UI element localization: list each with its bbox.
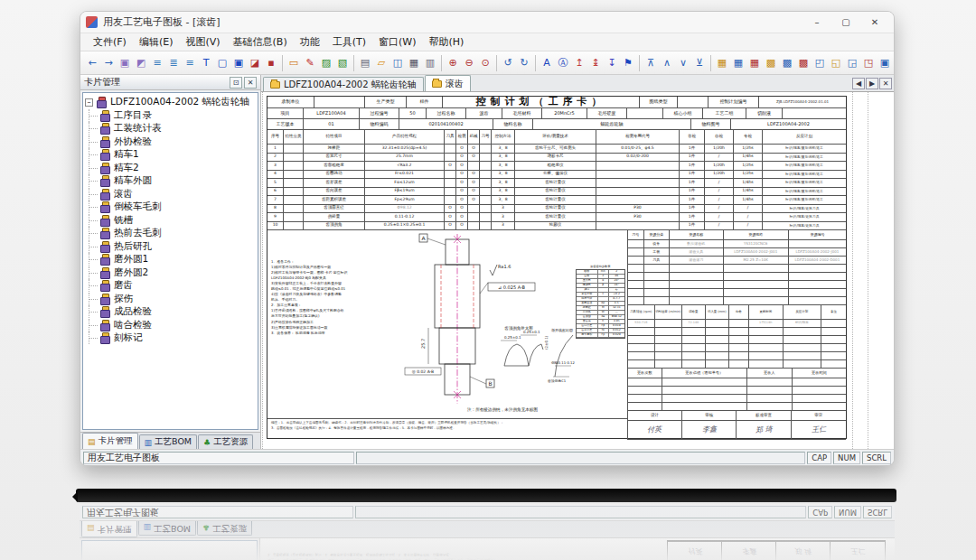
tab-close-icon[interactable]: ✕ [879, 78, 892, 89]
tree-item[interactable]: 精车外圆 [85, 174, 256, 188]
tree-item[interactable]: 磨齿 [85, 279, 256, 293]
cell-fill-icon[interactable]: ▣ [230, 55, 247, 71]
card-icon [100, 136, 110, 147]
delete-row-icon[interactable]: ▦ [746, 55, 763, 71]
pin-icon[interactable]: ⊡ [230, 77, 242, 89]
menu-item[interactable]: 功能 [295, 33, 325, 51]
menu-item[interactable]: 编辑(E) [134, 33, 179, 51]
tree-item[interactable]: 倒棱车毛刺 [85, 201, 256, 214]
text-icon[interactable]: T [198, 55, 214, 71]
new-file-icon[interactable]: ▤ [357, 55, 373, 71]
tree-item[interactable]: 工装统计表 [85, 122, 256, 135]
add-row-below-icon[interactable]: ▦ [730, 55, 746, 71]
tree-item[interactable]: 热后研孔 [85, 240, 256, 254]
zoom-out-icon[interactable]: ⊖ [461, 55, 477, 71]
cell: 标识/隔离/重新调整/返工 [763, 162, 846, 171]
add-col-left-icon[interactable]: ▩ [763, 55, 779, 71]
paste-cell-icon[interactable]: ◱ [828, 55, 844, 71]
panel-close-icon[interactable]: ✕ [244, 77, 257, 89]
save-icon[interactable]: ◫ [389, 55, 406, 71]
process-card[interactable]: 承制单位 生产类型 样件 控制计划（工序卡） 图纸类型 控制计划编号 ZJB.L… [267, 96, 847, 439]
zoom-fit-icon[interactable]: ⊙ [477, 55, 493, 71]
open-file-icon[interactable]: ▱ [373, 55, 389, 71]
cell [682, 352, 706, 360]
panel-tab-2[interactable]: ▥工艺BOM [139, 434, 198, 449]
align-v-mid-icon[interactable]: ↨ [587, 55, 604, 71]
close-button[interactable]: ✕ [861, 14, 888, 31]
panel-tab-1[interactable]: ▤卡片管理 [81, 521, 137, 537]
preview-icon[interactable]: ▥ [422, 55, 438, 71]
select-node-icon[interactable]: ▣ [117, 55, 133, 71]
pencil-icon[interactable]: ✎ [302, 55, 318, 71]
font-icon[interactable]: A [539, 55, 555, 71]
align-right-icon[interactable]: ≡ [182, 55, 198, 71]
align-center-icon[interactable]: ≣ [165, 55, 182, 71]
page-viewport[interactable]: 承制单位 生产类型 样件 控制计划（工序卡） 图纸类型 控制计划编号 ZJB.L… [261, 92, 894, 449]
tree-item[interactable]: 外协检验 [85, 135, 256, 149]
tree-item[interactable]: 啮合检验 [85, 319, 256, 332]
copy-cell-icon[interactable]: ◰ [812, 55, 828, 71]
tree-item[interactable]: 磨外圆2 [85, 266, 256, 280]
cell-icon[interactable]: ▢ [214, 55, 230, 71]
move-top-icon[interactable]: ⊼ [643, 55, 659, 71]
maximize-button[interactable]: ▢ [832, 14, 859, 31]
tree-item[interactable]: 探伤 [85, 293, 256, 306]
align-v-bottom-icon[interactable]: ↧ [604, 55, 620, 71]
minimize-button[interactable]: – [803, 14, 831, 31]
menu-item[interactable]: 窗口(W) [373, 33, 421, 51]
move-bottom-icon[interactable]: ⊻ [691, 55, 708, 71]
tree-item[interactable]: 铣槽 [85, 214, 256, 228]
print-icon[interactable]: ▦ [406, 55, 422, 71]
merge-cells-icon[interactable]: ◲ [844, 55, 860, 71]
panel-tab-3[interactable]: ♣工艺资源 [197, 521, 252, 536]
move-up-icon[interactable]: ∧ [659, 55, 675, 71]
page-props-icon[interactable]: ▤ [893, 55, 894, 71]
edit-node-icon[interactable]: ◩ [133, 55, 149, 71]
select-rect-icon[interactable]: ▭ [286, 55, 302, 71]
tree-item[interactable]: 热前去毛刺 [85, 227, 256, 240]
panel-tab-1[interactable]: ▤卡片管理 [82, 433, 138, 449]
tree-root[interactable]: – LDFZ100A04-2002 蜗轮齿轮轴 [85, 96, 256, 109]
tab-prev-icon[interactable]: ◀ [852, 78, 865, 89]
delete-col-icon[interactable]: ▩ [795, 55, 812, 71]
expander-icon[interactable]: – [85, 98, 93, 107]
tree-item[interactable]: 成品检验 [85, 305, 256, 319]
doc-tab-process[interactable]: 滚齿 [425, 75, 471, 91]
callout-icon[interactable]: ⚑ [620, 55, 636, 71]
tree-item[interactable]: 滚齿 [85, 188, 256, 201]
image-insert-icon[interactable]: ▨ [318, 55, 334, 71]
doc-tab-part[interactable]: LDFZ100A04-2002 蜗轮齿轮轴 [263, 77, 424, 91]
align-v-top-icon[interactable]: ↥ [571, 55, 587, 71]
stamp-icon[interactable]: ▪ [263, 55, 279, 71]
tree-item[interactable]: 刻标记 [85, 331, 256, 345]
menu-item[interactable]: 文件(F) [88, 33, 132, 51]
menu-item[interactable]: 视图(V) [180, 33, 225, 51]
move-down-icon[interactable]: ∨ [675, 55, 691, 71]
back-icon[interactable]: ← [84, 55, 100, 71]
copy-page-icon[interactable]: ▣ [877, 55, 893, 71]
add-row-above-icon[interactable]: ▦ [714, 55, 730, 71]
zoom-in-icon[interactable]: ⊕ [445, 55, 461, 71]
undo-icon[interactable]: ↺ [500, 55, 516, 71]
align-left-icon[interactable]: ≡ [149, 55, 165, 71]
redo-icon[interactable]: ↻ [516, 55, 532, 71]
cell [596, 222, 680, 231]
tree-item[interactable]: 精车1 [85, 148, 256, 162]
panel-tab-3[interactable]: ♣工艺资源 [198, 434, 253, 449]
add-col-right-icon[interactable]: ▩ [779, 55, 795, 71]
image-export-icon[interactable]: ▧ [334, 55, 351, 71]
split-cell-icon[interactable]: ◳ [860, 55, 877, 71]
wordart-icon[interactable]: Ⓐ [555, 55, 571, 71]
cell [284, 145, 304, 154]
panel-tab-2[interactable]: ▥工艺BOM [138, 521, 197, 536]
tree-item[interactable]: 精车2 [85, 162, 256, 175]
menu-item[interactable]: 工具(T) [327, 33, 371, 51]
menu-item[interactable]: 基础信息(B) [228, 33, 293, 51]
panel-tab-icon: ♣ [203, 438, 211, 447]
eraser-icon[interactable]: ◪ [247, 55, 263, 71]
menu-item[interactable]: 帮助(H) [424, 33, 470, 51]
tree-item[interactable]: 工序目录 [85, 109, 256, 123]
tab-next-icon[interactable]: ▶ [866, 78, 878, 89]
tree-item[interactable]: 磨外圆1 [85, 253, 256, 266]
forward-icon[interactable]: → [100, 55, 117, 71]
